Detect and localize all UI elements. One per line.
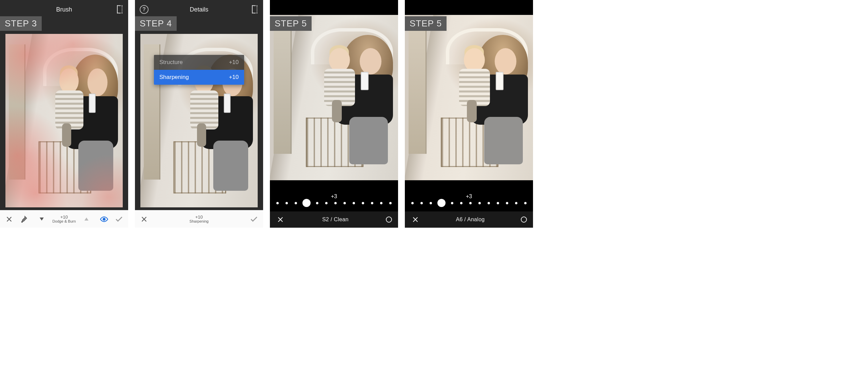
slider-knob[interactable] [302,199,311,207]
bottom-bar: A6 / Analog [405,211,533,228]
step-badge: STEP 5 [405,16,447,31]
menu-item-sharpening[interactable]: Sharpening +10 [154,70,244,85]
photo-canvas[interactable] [270,15,398,180]
photo-canvas[interactable] [5,34,123,207]
photo-content [270,15,398,180]
slider-knob[interactable] [437,199,446,207]
bottom-toolbar: +10 Dodge & Burn [0,210,128,228]
apply-button[interactable] [115,215,123,224]
photo-canvas[interactable] [405,15,533,180]
slider-track[interactable] [276,202,392,204]
menu-item-value: +10 [229,59,239,66]
slider-value: +3 [331,193,337,200]
slider-value: +3 [466,193,472,200]
brush-tool-icon[interactable] [20,215,28,224]
cancel-button[interactable] [276,215,285,224]
panel-snapseed-details: ? Details STEP 4 Structure +10 Sharpenin… [135,0,263,228]
help-icon[interactable]: ? [140,5,149,14]
photo-content [405,15,533,180]
confirm-button[interactable] [386,217,392,223]
increase-button[interactable] [82,215,91,224]
step-badge: STEP 5 [270,16,312,31]
panel-vsco-s2: STEP 5 +3 S2 / Clean [270,0,398,228]
header-title: Brush [56,6,72,13]
panel-snapseed-brush: Brush STEP 3 +10 Dodge & Burn [0,0,128,228]
step-badge: STEP 3 [0,16,42,31]
compare-icon[interactable] [116,5,123,14]
decrease-button[interactable] [37,215,46,224]
cancel-button[interactable] [5,215,14,224]
slider-track[interactable] [411,202,527,204]
param-label: Sharpening [190,219,209,223]
menu-item-label: Structure [159,59,183,66]
[interactable]: +3 [405,186,533,211]
confirm-button[interactable] [521,217,527,223]
svg-point-1 [103,218,105,220]
svg-point-0 [21,221,23,223]
brush-mode-readout[interactable]: +10 Dodge & Burn [52,215,76,223]
header-title: Details [190,6,208,13]
param-value: +10 [190,215,209,220]
photo-content [5,34,123,207]
strength-slider[interactable]: +3 [270,186,398,211]
menu-item-value: +10 [229,74,239,81]
mask-visibility-icon[interactable] [100,215,108,224]
photo-canvas[interactable]: Structure +10 Sharpening +10 [140,34,258,207]
bottom-toolbar: +10 Sharpening [135,210,263,228]
apply-button[interactable] [250,215,258,224]
brush-value: +10 [52,215,76,220]
cancel-button[interactable] [140,215,149,224]
parameter-menu: Structure +10 Sharpening +10 [154,55,244,85]
bottom-bar: S2 / Clean [270,211,398,228]
compare-icon[interactable] [251,5,258,14]
preset-label: S2 / Clean [322,217,349,223]
preset-label: A6 / Analog [456,217,485,223]
param-readout[interactable]: +10 Sharpening [190,215,209,223]
panel-vsco-a6: STEP 5 +3 A6 / Analog [405,0,533,228]
brush-mode-label: Dodge & Burn [52,219,76,223]
cancel-button[interactable] [411,215,420,224]
menu-item-structure[interactable]: Structure +10 [154,55,244,70]
step-badge: STEP 4 [135,16,177,31]
menu-item-label: Sharpening [159,74,189,81]
